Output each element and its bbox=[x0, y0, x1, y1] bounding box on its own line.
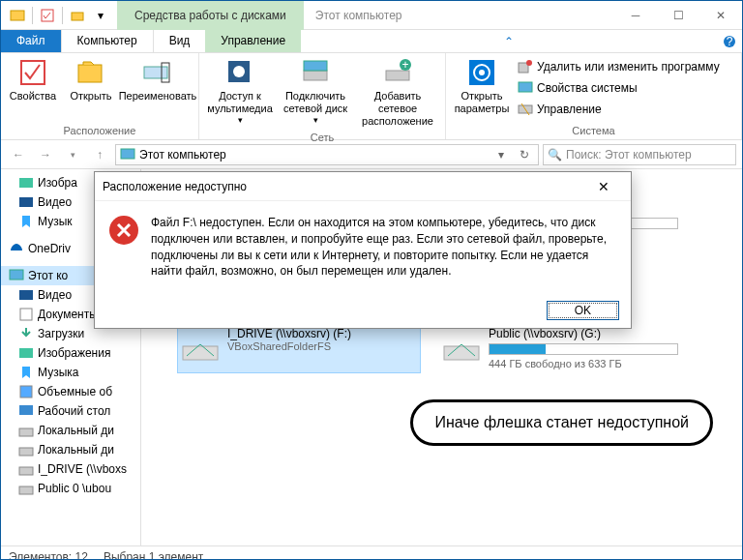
pc-icon bbox=[120, 147, 135, 162]
annotation-callout: Иначе флешка станет недоступной bbox=[410, 399, 713, 446]
ribbon-collapse-icon[interactable]: ⌃ bbox=[496, 30, 521, 52]
tab-view[interactable]: Вид bbox=[154, 30, 206, 52]
context-tab: Средства работы с дисками bbox=[117, 1, 304, 30]
svg-rect-23 bbox=[121, 149, 134, 159]
svg-rect-24 bbox=[19, 178, 33, 188]
open-settings-button[interactable]: Открыть параметры bbox=[450, 55, 514, 117]
uninstall-icon bbox=[518, 59, 533, 74]
svg-rect-33 bbox=[19, 448, 33, 456]
error-dialog: Расположение недоступно ✕ Файл F:\ недос… bbox=[94, 171, 632, 329]
svg-text:?: ? bbox=[727, 35, 733, 48]
address-bar[interactable]: Этот компьютер ▾ ↻ bbox=[115, 144, 539, 165]
map-drive-button[interactable]: Подключить сетевой диск▾ bbox=[279, 55, 352, 127]
rename-icon bbox=[142, 57, 173, 88]
help-icon[interactable]: ? bbox=[717, 30, 742, 52]
tree-item[interactable]: Public 0 \ubou bbox=[1, 479, 140, 498]
svg-point-10 bbox=[233, 66, 245, 77]
open-button[interactable]: Открыть bbox=[63, 55, 119, 104]
search-icon: 🔍 bbox=[548, 148, 562, 162]
svg-rect-5 bbox=[21, 61, 45, 84]
svg-point-18 bbox=[479, 70, 485, 75]
settings-icon bbox=[466, 57, 497, 88]
svg-rect-27 bbox=[19, 290, 33, 300]
svg-rect-13 bbox=[386, 71, 409, 80]
tree-item[interactable]: Изображения bbox=[1, 343, 140, 363]
svg-rect-25 bbox=[19, 197, 33, 207]
qat-dropdown-icon[interactable]: ▾ bbox=[90, 5, 111, 26]
network-drive-f[interactable]: I_DRIVE (\\vboxsrv) (F:)VBoxSharedFolder… bbox=[178, 324, 420, 372]
system-props-button[interactable]: Свойства системы bbox=[516, 78, 722, 98]
search-input[interactable]: 🔍 Поиск: Этот компьютер bbox=[543, 144, 736, 165]
qat-newfolder-icon[interactable] bbox=[67, 5, 88, 26]
map-drive-icon bbox=[300, 57, 331, 88]
svg-rect-32 bbox=[19, 428, 33, 436]
net-drive-icon bbox=[181, 327, 220, 366]
uninstall-button[interactable]: Удалить или изменить программу bbox=[516, 57, 722, 76]
tree-item[interactable]: Музыка bbox=[1, 363, 140, 382]
svg-rect-34 bbox=[19, 467, 33, 475]
forward-button[interactable]: → bbox=[34, 143, 57, 166]
tree-item[interactable]: Рабочий стол bbox=[1, 401, 140, 421]
svg-rect-29 bbox=[19, 348, 33, 358]
tree-item[interactable]: Объемные об bbox=[1, 382, 140, 401]
add-network-icon: + bbox=[382, 57, 413, 88]
svg-rect-12 bbox=[304, 61, 327, 71]
dialog-message: Файл F:\ недоступен. Если он находится н… bbox=[151, 215, 617, 280]
network-drive-g[interactable]: Public (\\vboxsrv) (G:)444 ГБ свободно и… bbox=[439, 324, 681, 372]
svg-point-20 bbox=[526, 60, 532, 66]
error-icon bbox=[108, 215, 139, 246]
ok-button[interactable]: OK bbox=[547, 301, 619, 320]
minimize-button[interactable]: ─ bbox=[614, 2, 657, 29]
group-location: Расположение bbox=[5, 124, 194, 137]
management-button[interactable]: Управление bbox=[516, 100, 722, 119]
svg-rect-35 bbox=[19, 486, 33, 494]
close-button[interactable]: ✕ bbox=[699, 2, 742, 29]
explorer-icon bbox=[7, 5, 28, 26]
tab-computer[interactable]: Компьютер bbox=[61, 30, 154, 52]
window-title: Этот компьютер bbox=[304, 9, 614, 22]
svg-rect-21 bbox=[519, 82, 532, 92]
add-network-button[interactable]: + Добавить сетевое расположение bbox=[354, 55, 441, 131]
svg-rect-7 bbox=[144, 67, 167, 78]
tab-file[interactable]: Файл bbox=[1, 30, 61, 52]
qat-properties-icon[interactable] bbox=[37, 5, 58, 26]
svg-rect-31 bbox=[19, 405, 33, 415]
svg-rect-2 bbox=[72, 13, 83, 20]
net-drive-icon bbox=[442, 327, 481, 366]
properties-icon bbox=[17, 57, 48, 88]
svg-rect-0 bbox=[11, 11, 24, 20]
group-system: Система bbox=[450, 124, 737, 137]
open-icon bbox=[75, 57, 106, 88]
media-icon bbox=[224, 57, 255, 88]
svg-rect-28 bbox=[20, 309, 32, 320]
back-button[interactable]: ← bbox=[7, 143, 30, 166]
group-network: Сеть bbox=[203, 131, 441, 144]
rename-button[interactable]: Переименовать bbox=[121, 55, 194, 104]
management-icon bbox=[518, 102, 533, 117]
refresh-icon[interactable]: ↻ bbox=[515, 148, 534, 162]
history-dropdown-icon[interactable]: ▾ bbox=[491, 148, 511, 162]
status-selected: Выбран 1 элемент bbox=[104, 550, 203, 561]
svg-rect-11 bbox=[304, 71, 327, 80]
svg-text:+: + bbox=[401, 58, 408, 72]
tree-item[interactable]: Локальный ди bbox=[1, 421, 140, 440]
tree-item[interactable]: Локальный ди bbox=[1, 440, 140, 459]
maximize-button[interactable]: ☐ bbox=[657, 2, 699, 29]
tree-item[interactable]: I_DRIVE (\\vboxs bbox=[1, 459, 140, 479]
properties-button[interactable]: Свойства bbox=[5, 55, 61, 104]
media-access-button[interactable]: Доступ к мультимедиа▾ bbox=[203, 55, 277, 127]
dialog-close-button[interactable]: ✕ bbox=[584, 179, 623, 194]
dialog-title: Расположение недоступно bbox=[103, 180, 584, 193]
sys-props-icon bbox=[518, 80, 533, 96]
recent-dropdown[interactable]: ▾ bbox=[61, 143, 84, 166]
svg-rect-6 bbox=[78, 65, 102, 82]
tab-manage[interactable]: Управление bbox=[205, 30, 301, 52]
svg-rect-43 bbox=[183, 346, 218, 360]
svg-rect-26 bbox=[10, 270, 23, 280]
svg-rect-30 bbox=[20, 386, 32, 398]
svg-rect-44 bbox=[444, 346, 479, 360]
status-count: Элементов: 12 bbox=[9, 550, 88, 561]
up-button[interactable]: ↑ bbox=[88, 143, 111, 166]
